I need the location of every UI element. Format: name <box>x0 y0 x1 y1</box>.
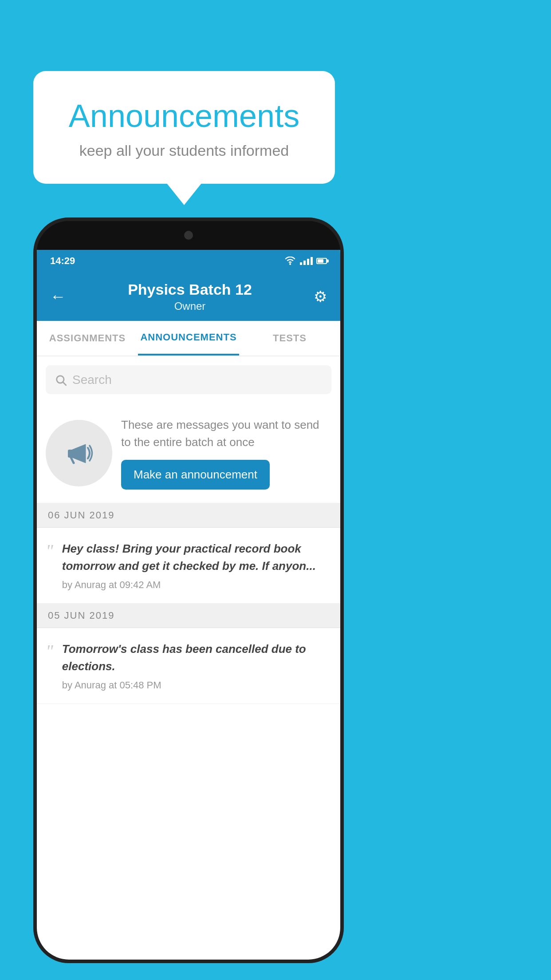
batch-title: Physics Batch 12 <box>66 281 314 298</box>
tabs-bar: ASSIGNMENTS ANNOUNCEMENTS TESTS <box>37 321 340 356</box>
search-icon <box>55 374 67 386</box>
tab-tests[interactable]: TESTS <box>239 321 340 356</box>
phone-frame: 14:29 <box>33 217 344 963</box>
battery-icon <box>316 258 327 264</box>
tab-assignments[interactable]: ASSIGNMENTS <box>37 321 138 356</box>
promo-description: These are messages you want to send to t… <box>121 416 331 451</box>
phone-camera <box>184 231 193 240</box>
svg-line-4 <box>71 458 74 463</box>
announcement-promo: These are messages you want to send to t… <box>37 403 340 503</box>
batch-owner-label: Owner <box>66 300 314 312</box>
date-separator-1: 06 JUN 2019 <box>37 503 340 528</box>
make-announcement-button[interactable]: Make an announcement <box>121 460 270 490</box>
speech-bubble: Announcements keep all your students inf… <box>33 71 335 184</box>
search-bar[interactable]: Search <box>46 365 331 394</box>
announcement-text-section-1: Hey class! Bring your practical record b… <box>62 540 331 591</box>
svg-point-0 <box>289 263 291 265</box>
quote-icon-2: " <box>46 642 53 691</box>
app-header: ← Physics Batch 12 Owner ⚙ <box>37 272 340 321</box>
quote-icon-1: " <box>46 542 53 591</box>
speech-bubble-title: Announcements <box>55 98 313 134</box>
status-bar: 14:29 <box>37 250 340 272</box>
announcement-text-1: Hey class! Bring your practical record b… <box>62 540 331 575</box>
announcement-item-2[interactable]: " Tomorrow's class has been cancelled du… <box>37 628 340 704</box>
svg-rect-3 <box>68 450 73 458</box>
announcement-text-2: Tomorrow's class has been cancelled due … <box>62 640 331 675</box>
header-title-section: Physics Batch 12 Owner <box>66 281 314 312</box>
speech-bubble-container: Announcements keep all your students inf… <box>33 71 335 184</box>
promo-right: These are messages you want to send to t… <box>121 416 331 490</box>
svg-line-2 <box>63 382 66 385</box>
date-separator-2: 05 JUN 2019 <box>37 604 340 628</box>
announcement-text-section-2: Tomorrow's class has been cancelled due … <box>62 640 331 691</box>
search-placeholder: Search <box>72 373 112 387</box>
settings-icon[interactable]: ⚙ <box>314 288 327 305</box>
status-icons <box>284 257 327 265</box>
signal-icon <box>300 257 313 265</box>
tab-announcements[interactable]: ANNOUNCEMENTS <box>138 321 239 356</box>
status-time: 14:29 <box>50 255 75 267</box>
promo-icon-circle <box>46 420 112 486</box>
announcement-author-1: by Anurag at 09:42 AM <box>62 579 331 591</box>
announcement-item-1[interactable]: " Hey class! Bring your practical record… <box>37 528 340 604</box>
megaphone-icon <box>61 435 97 471</box>
back-button[interactable]: ← <box>50 287 66 306</box>
announcement-author-2: by Anurag at 05:48 PM <box>62 680 331 691</box>
phone-screen: 14:29 <box>37 250 340 960</box>
wifi-icon <box>284 257 296 265</box>
phone-notch-area <box>37 221 340 250</box>
speech-bubble-subtitle: keep all your students informed <box>55 142 313 159</box>
